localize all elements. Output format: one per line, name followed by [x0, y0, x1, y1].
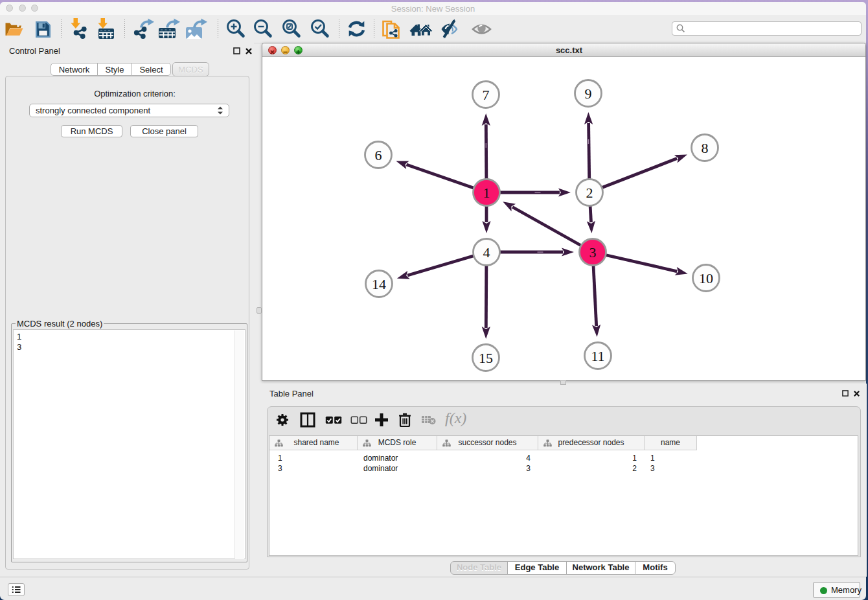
svg-text:7: 7: [483, 87, 490, 103]
svg-text:2: 2: [586, 185, 593, 201]
svg-text:9: 9: [585, 86, 592, 102]
svg-text:1: 1: [483, 185, 490, 201]
svg-text:15: 15: [479, 350, 493, 366]
svg-text:8: 8: [702, 140, 709, 156]
svg-text:4: 4: [483, 244, 490, 260]
svg-text:11: 11: [591, 348, 604, 364]
svg-text:10: 10: [699, 270, 713, 286]
svg-text:3: 3: [589, 244, 597, 260]
svg-text:6: 6: [375, 147, 382, 163]
svg-text:14: 14: [372, 276, 386, 292]
